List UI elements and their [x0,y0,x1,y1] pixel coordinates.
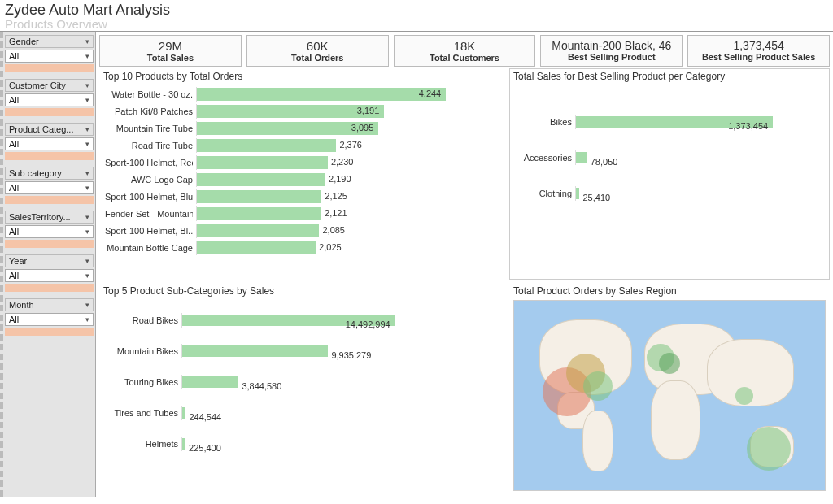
slicer-dropdown[interactable]: All▾ [5,269,94,282]
map-bubble[interactable] [747,427,791,471]
bar-track: 78,050 [575,150,821,165]
bar-track: 225,400 [181,437,497,451]
slicer-accent [5,152,94,160]
bar-category: Water Bottle - 30 oz. [105,89,193,99]
bar-row[interactable]: Sport-100 Helmet, Red2,230 [105,155,497,170]
page-subtitle: Products Overview [5,17,828,31]
slicer-dropdown[interactable]: All▾ [5,181,94,194]
kpi-label: Total Orders [249,53,386,63]
slicer-dropdown[interactable]: All▾ [5,137,94,150]
slicer-dropdown[interactable]: All▾ [5,93,94,106]
bar-fill [197,88,446,101]
bar-row[interactable]: Mountain Bottle Cage2,025 [105,241,497,255]
bar-track: 2,085 [196,224,497,238]
bar-value: 2,085 [322,225,345,235]
chart-title: Top 10 Products by Total Orders [103,71,502,82]
bar-row[interactable]: Water Bottle - 30 oz.4,244 [105,87,497,102]
bar-value: 3,844,580 [242,381,281,391]
bar-row[interactable]: Road Tire Tube2,376 [105,138,497,153]
bar-row[interactable]: Sport-100 Helmet, Blue2,125 [105,189,497,204]
bar-row[interactable]: Bikes1,373,454 [515,110,821,134]
panel-top10-products: Top 10 Products by Total Orders Water Bo… [99,68,506,280]
bar-category: AWC Logo Cap [105,175,193,185]
bar-category: Sport-100 Helmet, Bl... [105,226,193,236]
slicer-header[interactable]: SalesTerritory...▾ [5,211,94,224]
slicer-dropdown[interactable]: All▾ [5,225,94,238]
bar-track: 3,095 [196,121,497,136]
bar-fill [197,105,384,118]
bar-track: 3,191 [196,104,497,119]
bar-category: Sport-100 Helmet, Blue [105,192,193,202]
bar-row[interactable]: Accessories78,050 [515,146,821,170]
slicer-header[interactable]: Year▾ [5,254,94,267]
bar-value: 2,376 [339,140,362,150]
map-bubble[interactable] [659,353,680,374]
bar-value: 9,935,279 [331,350,371,360]
bar-value: 2,025 [319,242,342,252]
bar-value: 225,400 [189,443,221,453]
bar-category: Mountain Tire Tube [105,124,193,133]
bar-fill [182,438,185,450]
map-bubble[interactable] [735,387,753,405]
chevron-down-icon: ▾ [85,125,89,133]
bar-value: 2,230 [331,157,354,167]
bar-fill [197,139,336,152]
kpi-row: 29MTotal Sales60KTotal Orders18KTotal Cu… [96,32,833,68]
kpi-card: 60KTotal Orders [246,35,389,67]
slicer-header[interactable]: Gender▾ [5,35,94,48]
bar-category: Road Tire Tube [105,141,193,150]
bar-fill [197,241,316,254]
bar-track: 1,373,454 [575,115,821,129]
bar-category: Fender Set - Mountain [105,209,193,219]
bar-value: 244,544 [189,412,221,422]
bar-track: 3,844,580 [181,375,497,389]
bar-fill [182,376,238,388]
bar-fill [197,173,325,186]
kpi-value: 29M [102,39,239,53]
bar-row[interactable]: Patch Kit/8 Patches3,191 [105,104,497,119]
chevron-down-icon: ▾ [85,96,89,104]
bar-row[interactable]: Touring Bikes3,844,580 [105,370,497,394]
kpi-label: Total Customers [396,53,534,63]
bar-value: 4,244 [419,89,442,98]
chevron-down-icon: ▾ [85,184,89,192]
bar-value: 78,050 [591,157,618,167]
bar-row[interactable]: Mountain Tire Tube3,095 [105,121,497,136]
bar-row[interactable]: Tires and Tubes244,544 [105,401,497,425]
bar-fill [576,188,579,199]
world-map[interactable] [513,300,826,491]
filter-sidebar: Gender▾All▾Customer City▾All▾Product Cat… [0,32,96,497]
kpi-card: 1,373,454Best Selling Product Sales [687,35,830,67]
slicer-dropdown[interactable]: All▾ [5,313,94,326]
bar-row[interactable]: Road Bikes14,492,994 [105,308,497,332]
slicer-header[interactable]: Month▾ [5,298,94,311]
bar-row[interactable]: Mountain Bikes9,935,279 [105,339,497,363]
bar-row[interactable]: Clothing25,410 [515,181,821,206]
bar-value: 2,190 [329,174,351,184]
slicer-dropdown[interactable]: All▾ [5,50,94,63]
bar-row[interactable]: AWC Logo Cap2,190 [105,172,497,187]
bar-track: 4,244 [196,87,497,102]
bar-track: 244,544 [181,406,497,420]
panel-orders-map: Total Product Orders by Sales Region [509,283,830,493]
bar-category: Road Bikes [105,315,178,325]
bar-category: Mountain Bottle Cage [105,243,193,253]
kpi-value: 18K [396,39,534,53]
chevron-down-icon: ▾ [85,301,89,309]
slicer-header[interactable]: Sub category▾ [5,167,94,180]
bar-track: 2,190 [196,172,497,187]
bar-fill [197,156,328,169]
chevron-down-icon: ▾ [85,140,89,148]
kpi-card: Mountain-200 Black, 46Best Selling Produ… [540,35,683,67]
slicer-header[interactable]: Customer City▾ [5,79,94,92]
page-title: Zydee Auto Mart Analysis [5,2,828,19]
map-bubble[interactable] [583,371,613,401]
bar-row[interactable]: Sport-100 Helmet, Bl...2,085 [105,224,497,238]
chart-title: Total Product Orders by Sales Region [513,285,826,297]
bar-fill [576,152,587,163]
bar-row[interactable]: Fender Set - Mountain2,121 [105,206,497,221]
panel-top5-subcat: Top 5 Product Sub-Categories by Sales Ro… [99,283,506,493]
slicer-header[interactable]: Product Categ...▾ [5,123,94,136]
bar-row[interactable]: Helmets225,400 [105,432,497,456]
bar-fill [197,190,321,203]
